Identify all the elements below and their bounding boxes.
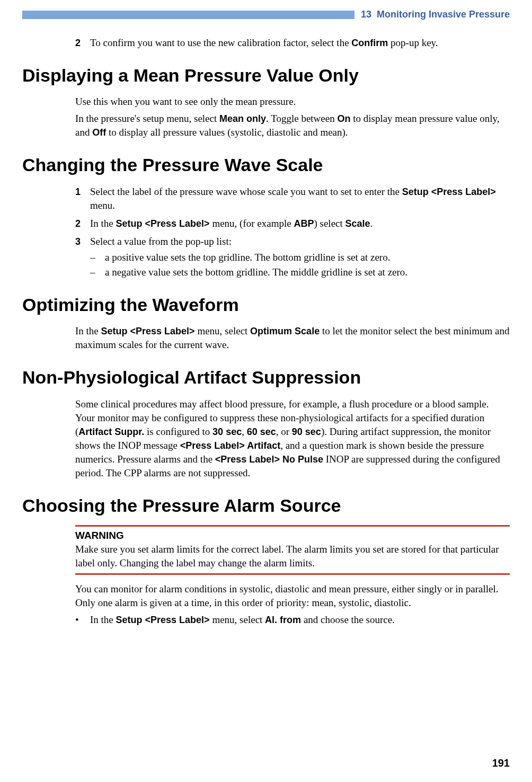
text: to display all pressure values (systolic… — [106, 127, 348, 138]
dash-icon: – — [90, 265, 105, 279]
ui-key: Mean only — [219, 113, 266, 124]
text: is configured to — [144, 426, 212, 437]
text: menu. — [90, 200, 115, 211]
text: In the — [90, 218, 116, 229]
heading-optimizing: Optimizing the Waveform — [22, 295, 510, 315]
ui-key: Artifact Suppr. — [78, 426, 144, 437]
text: , or — [276, 426, 292, 437]
ui-key: <Press Label> No Pulse — [215, 454, 323, 465]
chapter-number: 13 — [361, 9, 371, 20]
section-body: WARNING Make sure you set alarm limits f… — [75, 525, 510, 627]
paragraph: You can monitor for alarm conditions in … — [75, 582, 510, 610]
step-body: To confirm you want to use the new calib… — [90, 36, 510, 50]
step-body: Select the label of the pressure wave wh… — [90, 185, 510, 212]
ui-key: 90 sec — [292, 426, 321, 437]
section-body: 1 Select the label of the pressure wave … — [75, 185, 510, 279]
bullet-icon: • — [75, 613, 90, 627]
ui-key: <Press Label> Artifact — [180, 440, 280, 451]
text: menu, (for example — [210, 218, 294, 229]
step: 3 Select a value from the pop-up list: — [75, 235, 510, 248]
sub-text: a positive value sets the top gridline. … — [105, 251, 510, 264]
text: , — [242, 426, 247, 437]
ui-key: Setup <Press Label> — [116, 218, 210, 229]
heading-alarm-source: Choosing the Pressure Alarm Source — [22, 496, 510, 516]
step-body: In the Setup <Press Label> menu, (for ex… — [90, 217, 510, 230]
heading-mean-pressure: Displaying a Mean Pressure Value Only — [22, 66, 510, 85]
paragraph: Some clinical procedures may affect bloo… — [75, 397, 510, 480]
dash-icon: – — [90, 251, 105, 264]
text: pop-up key. — [388, 37, 438, 48]
ui-key: Scale — [345, 218, 370, 229]
heading-wave-scale: Changing the Pressure Wave Scale — [22, 155, 510, 175]
page: 13 Monitoring Invasive Pressure 2 To con… — [0, 0, 532, 782]
text: In the pressure's setup menu, select — [75, 113, 219, 124]
text: Select the label of the pressure wave wh… — [90, 186, 402, 197]
text: . — [370, 218, 373, 229]
step-number: 2 — [75, 217, 90, 230]
text: To confirm you want to use the new calib… — [90, 37, 351, 48]
text: In the — [75, 325, 101, 336]
ui-key: On — [337, 113, 350, 124]
step-list: 2 To confirm you want to use the new cal… — [75, 36, 510, 50]
text: ) select — [314, 218, 345, 229]
bullet-body: In the Setup <Press Label> menu, select … — [90, 613, 510, 627]
warning-body: Make sure you set alarm limits for the c… — [75, 543, 510, 570]
step-number: 1 — [75, 185, 90, 212]
step: 2 To confirm you want to use the new cal… — [75, 36, 510, 50]
page-number: 191 — [492, 757, 510, 769]
sub-text: a negative value sets the bottom gridlin… — [105, 265, 510, 279]
content: 2 To confirm you want to use the new cal… — [22, 32, 510, 627]
step-number: 3 — [75, 235, 90, 248]
bullet-item: • In the Setup <Press Label> menu, selec… — [75, 613, 510, 627]
paragraph: Use this when you want to see only the m… — [75, 95, 510, 109]
section-body: Use this when you want to see only the m… — [75, 95, 510, 139]
text: menu, select — [195, 325, 250, 336]
ui-key: Al. from — [265, 615, 301, 625]
text: In the — [90, 614, 116, 625]
ui-key: ABP — [294, 218, 314, 229]
ui-key: Setup <Press Label> — [402, 186, 496, 197]
ui-key: Optimum Scale — [250, 326, 320, 336]
paragraph: In the Setup <Press Label> menu, select … — [75, 324, 510, 352]
step-number: 2 — [75, 36, 90, 50]
ui-key: Confirm — [351, 38, 388, 48]
ui-key: 60 sec — [247, 426, 276, 437]
warning-rule-top — [75, 525, 510, 527]
section-body: Some clinical procedures may affect bloo… — [75, 397, 510, 480]
section-body: In the Setup <Press Label> menu, select … — [75, 324, 510, 352]
ui-key: 30 sec — [212, 426, 242, 437]
ui-key: Setup <Press Label> — [101, 326, 195, 336]
text: menu, select — [210, 614, 265, 625]
ui-key: Off — [92, 127, 106, 138]
ui-key: Setup <Press Label> — [116, 615, 210, 625]
paragraph: In the pressure's setup menu, select Mea… — [75, 112, 510, 139]
heading-artifact-suppression: Non-Physiological Artifact Suppression — [22, 368, 510, 387]
sub-item: – a positive value sets the top gridline… — [90, 251, 510, 264]
warning-heading: WARNING — [75, 530, 510, 541]
chapter-title: Monitoring Invasive Pressure — [377, 9, 510, 20]
text: . Toggle between — [266, 113, 337, 124]
warning-rule-bottom — [75, 573, 510, 575]
text: and choose the source. — [301, 614, 395, 625]
step-body: Select a value from the pop-up list: — [90, 235, 510, 248]
page-header: 13 Monitoring Invasive Pressure — [354, 9, 510, 20]
step: 2 In the Setup <Press Label> menu, (for … — [75, 217, 510, 230]
sub-item: – a negative value sets the bottom gridl… — [90, 265, 510, 279]
step: 1 Select the label of the pressure wave … — [75, 185, 510, 212]
